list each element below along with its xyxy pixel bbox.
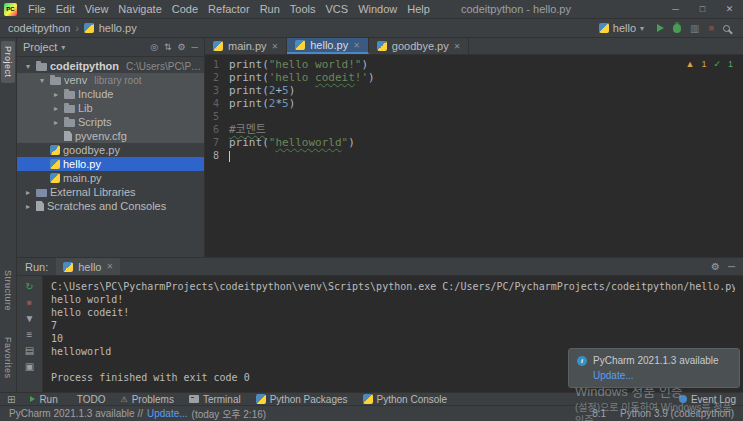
editor-tab[interactable]: main.py ✕ [205,38,287,54]
run-tab[interactable]: hello ✕ [56,258,120,275]
search-icon[interactable] [723,25,730,32]
panel-toolbar-icon[interactable]: ⇅ [164,42,172,52]
menu-item[interactable]: Code [167,1,203,17]
menu-item[interactable]: File [23,1,51,17]
run-toolbar-icon[interactable]: ↻ [25,281,33,292]
tree-chevron-icon[interactable]: ▾ [37,76,47,85]
panel-toolbar-icon[interactable]: ◎ [150,42,158,52]
tree-item[interactable]: main.py [17,171,204,185]
coverage-icon[interactable]: ▥ [690,23,699,34]
tool-button-favorites[interactable]: Favorites [1,332,15,384]
editor-tab[interactable]: goodbye.py ✕ [369,38,470,54]
run-toolbar-icon[interactable]: ≡ [27,329,33,340]
panel-toolbar-icon[interactable]: ⚙ [711,261,720,272]
run-toolbar-icon[interactable]: ▼ [25,313,35,324]
tree-item[interactable]: ▾ venv library root [17,73,204,87]
tree-chevron-icon[interactable]: ▸ [51,104,61,113]
toolwindow-button[interactable]: Python Console [363,394,448,405]
tree-item[interactable]: hello.py [17,157,204,171]
breadcrumb: codeitpython › hello.py [8,22,137,34]
minimize-button[interactable]: ─ [662,0,689,18]
stop-icon: ■ [709,23,714,33]
interpreter-selector[interactable]: Python 3.9 (codeitpython) [620,408,734,419]
toolwindow-label: Event Log [691,394,736,405]
project-panel-title[interactable]: Project [23,41,57,53]
tree-item[interactable]: ▸ Scratches and Consoles [17,199,204,213]
run-config-selector[interactable]: hello ▾ [595,22,648,34]
editor-tab[interactable]: hello.py ✕ [287,38,369,54]
tree-chevron-icon[interactable]: ▸ [23,202,33,211]
toolwindow-button[interactable]: Terminal [189,394,241,405]
close-icon[interactable]: ✕ [454,42,461,51]
chevron-down-icon: ▾ [61,43,65,52]
maximize-button[interactable]: □ [689,0,716,18]
console-line: 10 [51,332,735,345]
tree-item-label: goodbye.py [63,144,120,156]
tool-button-structure[interactable]: Structure [1,265,15,316]
caret-position[interactable]: 8:1 [592,408,606,419]
menu-item[interactable]: Refactor [203,1,255,17]
code-line: 2 print('hello codeit!') [205,71,743,84]
breadcrumb-file[interactable]: hello.py [99,22,137,34]
menu-item[interactable]: Window [353,1,402,17]
panel-toolbar-icon[interactable]: ─ [728,261,735,272]
tree-item[interactable]: ▸ External Libraries [17,185,204,199]
menu-item[interactable]: Help [402,1,435,17]
toolwindow-button[interactable]: Run [30,394,57,405]
run-toolbar-icon[interactable]: ▤ [25,345,34,356]
close-icon[interactable]: ✕ [272,42,279,51]
toolwindow-label: Run [39,394,57,405]
status-message: PyCharm 2021.1.3 available // [9,408,143,419]
code-text: print("helloworld") [229,136,355,149]
tree-item[interactable]: ▸ Lib [17,101,204,115]
code-editor[interactable]: 1 print("hello world!") 2 print('hello c… [205,55,743,162]
run-toolbar-icon[interactable]: ▣ [25,361,34,372]
menu-item[interactable]: View [80,1,114,17]
tree-chevron-icon[interactable]: ▸ [51,118,61,127]
inspections-widget[interactable]: ▲ 1 ✓ 1 [686,59,734,69]
status-bar: PyCharm 2021.1.3 available // Update... … [0,405,743,421]
tree-item-label: Scratches and Consoles [47,200,166,212]
run-button[interactable] [657,24,664,32]
warning-count: 1 [701,59,706,69]
tool-window-stripe: Project Structure Favorites [0,38,17,392]
toolwindow-icon [363,394,373,404]
toolwindow-button[interactable]: Python Packages [256,394,348,405]
tree-chevron-icon[interactable]: ▸ [51,90,61,99]
menu-item[interactable]: VCS [321,1,354,17]
code-line: 4 print(2*5) [205,97,743,110]
code-area[interactable]: ▲ 1 ✓ 1 1 print("hello world!") [205,55,743,257]
toolwindow-switcher-icon[interactable]: ⊞ [7,394,15,405]
tree-item[interactable]: ▸ Scripts [17,115,204,129]
notification-balloon[interactable]: i PyCharm 2021.1.3 available Update... [568,348,740,388]
tree-item[interactable]: ▾ codeitpython C:\Users\PC\PycharmProjec… [17,59,204,73]
breadcrumb-project[interactable]: codeitpython [8,22,70,34]
close-icon[interactable]: ✕ [107,262,114,271]
run-toolbar-icon[interactable]: ■ [27,297,32,308]
tab-label: goodbye.py [392,40,449,52]
toolwindow-button[interactable]: TODO [73,394,106,405]
code-text: print("hello world!") [229,58,368,71]
menu-item[interactable]: Run [255,1,285,17]
toolwindow-button[interactable]: ⚠ Problems [120,394,173,405]
status-update-link[interactable]: Update... [147,408,188,419]
tree-chevron-icon[interactable]: ▾ [23,62,33,71]
menu-item[interactable]: Navigate [113,1,166,17]
close-icon[interactable]: ✕ [353,41,360,50]
project-panel-toolbar: ◎⇅⚙─ [150,42,198,52]
debug-button[interactable] [673,24,681,33]
tree-item[interactable]: pyvenv.cfg [17,129,204,143]
tool-button-project[interactable]: Project [1,41,15,83]
menu-item[interactable]: Tools [285,1,321,17]
tree-chevron-icon[interactable]: ▸ [23,188,33,197]
editor-tabs: main.py ✕ hello.py ✕ [205,38,743,55]
close-button[interactable]: ✕ [716,0,743,18]
toolwindow-label: Terminal [203,394,241,405]
panel-toolbar-icon[interactable]: ⚙ [178,42,186,52]
menu-item[interactable]: Edit [51,1,80,17]
tree-item[interactable]: goodbye.py [17,143,204,157]
notification-update-link[interactable]: Update... [593,370,731,381]
toolwindow-button-event-log[interactable]: Event Log [679,394,736,405]
tree-item[interactable]: ▸ Include [17,87,204,101]
panel-toolbar-icon[interactable]: ─ [192,42,198,52]
